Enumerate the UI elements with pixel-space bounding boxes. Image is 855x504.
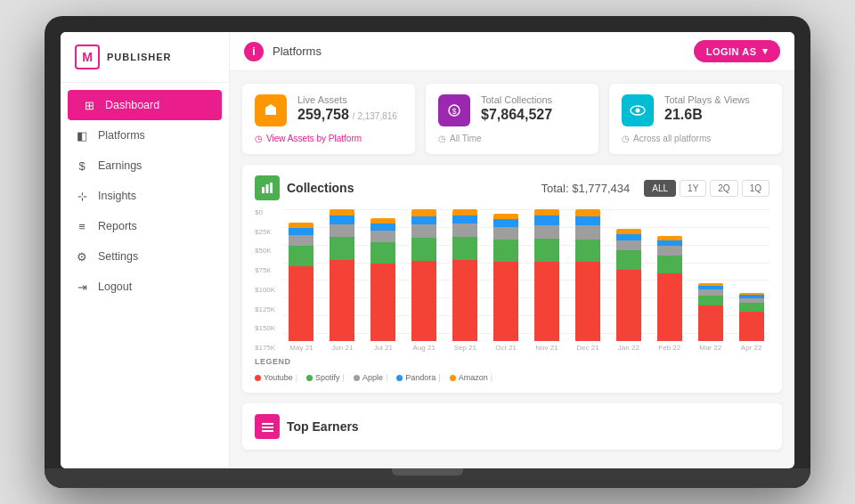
filter-btn-1y[interactable]: 1Y (680, 180, 706, 197)
bar-segment-pandora (411, 216, 436, 225)
filter-btn-2q[interactable]: 2Q (710, 180, 737, 197)
sidebar-item-logout[interactable]: ⇥ Logout (61, 272, 229, 302)
stat-info-total-collections: Total Collections $7,864,527 (481, 94, 586, 123)
bar-segment-apple (330, 224, 354, 237)
legend-item-apple: Apple | (354, 373, 387, 382)
stat-footer-total-collections[interactable]: ◷ All Time (438, 134, 586, 143)
y-axis: $175K$150K$125K$100K$75K$50K$25K$0 (255, 209, 275, 352)
bar-group-feb-22: Feb 22 (651, 209, 688, 352)
legend-dot-pandora (396, 375, 403, 381)
sidebar-item-insights[interactable]: ⊹ Insights (61, 181, 229, 211)
app-container: M PUBLISHER ⊞ Dashboard ◧ Platforms $ Ea… (61, 32, 794, 468)
legend-dot-amazon (450, 375, 456, 381)
bar-segment-pandora (575, 216, 600, 226)
logo-icon: M (75, 45, 100, 69)
bar-label: Oct 21 (495, 344, 517, 352)
bar-segment-youtube (616, 270, 641, 341)
bar-segment-youtube (657, 273, 682, 341)
nav-label-platforms: Platforms (98, 129, 145, 142)
y-label: $100K (255, 287, 275, 294)
legend-label-text-pandora: Pandora (405, 373, 436, 382)
stat-value-total-plays: 21.6B (664, 107, 703, 123)
bar-segment-apple (370, 231, 395, 242)
bar-segment-youtube (411, 261, 436, 341)
svg-rect-10 (262, 430, 273, 432)
nav-icon-earnings: $ (75, 159, 89, 173)
earners-header: Top Earners (255, 414, 770, 439)
svg-rect-0 (268, 111, 273, 115)
sidebar-item-earnings[interactable]: $ Earnings (61, 150, 229, 181)
bar-segment-pandora (493, 219, 518, 227)
y-label: $125K (255, 306, 275, 313)
bar-segment-pandora (616, 234, 641, 240)
stat-icon-total-collections: $ (438, 94, 470, 126)
bar-stack (452, 209, 477, 341)
bar-segment-youtube (289, 266, 314, 341)
bar-group-aug-21: Aug 21 (406, 209, 443, 352)
stat-icon-live-assets (255, 94, 287, 126)
filter-btn-all[interactable]: ALL (644, 180, 676, 197)
stat-card-total-plays: Total Plays & Views 21.6B ◷ Across all p… (609, 84, 782, 154)
stat-info-total-plays: Total Plays & Views 21.6B (664, 94, 770, 123)
legend-dot-spotify (306, 375, 313, 381)
stat-footer-total-plays[interactable]: ◷ Across all platforms (622, 134, 770, 143)
bar-stack (698, 283, 723, 341)
sidebar-item-platforms[interactable]: ◧ Platforms (61, 120, 229, 150)
y-label: $0 (255, 209, 275, 216)
stat-card-header: Total Plays & Views 21.6B (622, 94, 770, 126)
bar-segment-spotify (698, 296, 723, 305)
legend-label-text-youtube: Youtube (264, 373, 293, 382)
bar-segment-spotify (411, 238, 436, 261)
topbar-title: Platforms (273, 45, 685, 58)
bar-segment-spotify (534, 239, 559, 262)
bar-segment-amazon (411, 209, 436, 216)
sidebar-item-settings[interactable]: ⚙ Settings (61, 241, 229, 272)
bar-segment-youtube (575, 262, 600, 341)
bar-group-jul-21: Jul 21 (365, 209, 402, 352)
bar-stack (289, 223, 314, 341)
stat-card-header: Live Assets 259,758 / 2,137,816 (255, 94, 403, 126)
nav-label-reports: Reports (98, 220, 137, 232)
sidebar-item-dashboard[interactable]: ⊞ Dashboard (68, 90, 222, 120)
bar-stack (739, 293, 764, 341)
earners-title: Top Earners (287, 419, 359, 434)
stat-title-total-plays: Total Plays & Views (664, 94, 770, 105)
top-earners-section: Top Earners (242, 403, 782, 450)
bar-stack (534, 209, 559, 341)
bar-segment-youtube (370, 264, 395, 341)
legend-label-text-amazon: Amazon (459, 373, 488, 382)
bar-segment-spotify (739, 303, 764, 312)
nav-icon-logout: ⇥ (75, 280, 89, 294)
bar-segment-amazon (575, 209, 600, 216)
y-label: $75K (255, 267, 275, 274)
stat-value-total-collections: $7,864,527 (481, 107, 552, 123)
y-label: $150K (255, 325, 275, 332)
earners-icon (255, 414, 280, 439)
svg-rect-9 (262, 427, 273, 428)
stat-title-total-collections: Total Collections (481, 94, 586, 105)
bar-segment-spotify (616, 250, 641, 270)
bar-segment-pandora (370, 224, 395, 232)
bar-stack (493, 214, 518, 341)
login-button[interactable]: LOGIN AS ▾ (694, 40, 780, 62)
bar-stack (411, 209, 436, 341)
bar-stack (370, 218, 395, 341)
nav-icon-settings: ⚙ (75, 249, 89, 264)
stat-icon-total-plays (622, 94, 654, 126)
stat-footer-live-assets[interactable]: ◷ View Assets by Platform (255, 134, 403, 143)
chart-total: Total: $1,777,434 (542, 182, 631, 195)
bar-segment-youtube (534, 262, 559, 341)
laptop-notch (392, 468, 463, 476)
bar-segment-apple (289, 235, 314, 246)
collections-chart-section: Collections Total: $1,777,434 ALL1Y2Q1Q (242, 165, 782, 393)
bar-segment-spotify (657, 256, 682, 273)
laptop-screen: M PUBLISHER ⊞ Dashboard ◧ Platforms $ Ea… (61, 32, 794, 468)
bar-label: Nov 21 (535, 344, 558, 352)
chart-icon (255, 175, 280, 200)
main-content: Live Assets 259,758 / 2,137,816 ◷ View A… (230, 71, 794, 468)
filter-btn-1q[interactable]: 1Q (742, 180, 770, 197)
sidebar-item-reports[interactable]: ≡ Reports (61, 211, 229, 241)
bar-stack (330, 209, 354, 341)
nav-label-settings: Settings (98, 250, 138, 263)
bar-segment-amazon (330, 209, 354, 215)
